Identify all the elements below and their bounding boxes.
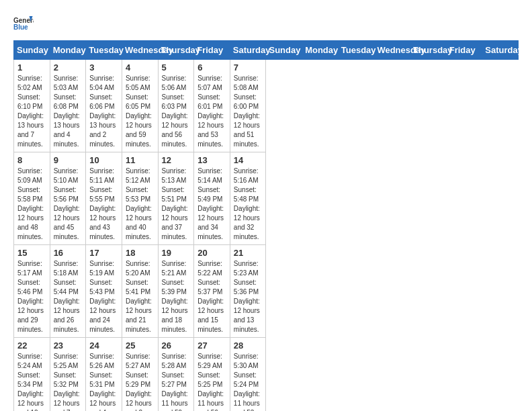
calendar-cell: 25Sunrise: 5:27 AMSunset: 5:29 PMDayligh… <box>122 338 158 412</box>
calendar-cell: 4Sunrise: 5:05 AMSunset: 6:05 PMDaylight… <box>122 60 158 152</box>
col-header-saturday: Saturday <box>230 41 266 60</box>
logo-icon: GeneralBlue <box>13 13 34 34</box>
day-number: 20 <box>197 248 226 258</box>
calendar-cell: 3Sunrise: 5:04 AMSunset: 6:06 PMDaylight… <box>86 60 122 152</box>
calendar-cell: 23Sunrise: 5:25 AMSunset: 5:32 PMDayligh… <box>50 338 86 412</box>
calendar-week-2: 8Sunrise: 5:09 AMSunset: 5:58 PMDaylight… <box>14 152 519 245</box>
col-header-thursday: Thursday <box>410 41 447 60</box>
calendar-header-row: SundayMondayTuesdayWednesdayThursdayFrid… <box>14 41 519 60</box>
day-info: Sunrise: 5:22 AMSunset: 5:37 PMDaylight:… <box>197 259 226 334</box>
header: GeneralBlue <box>13 13 519 34</box>
day-number: 10 <box>89 155 118 165</box>
day-number: 11 <box>126 155 154 165</box>
day-info: Sunrise: 5:07 AMSunset: 6:01 PMDaylight:… <box>197 74 226 149</box>
calendar-table: SundayMondayTuesdayWednesdayThursdayFrid… <box>13 40 519 411</box>
day-number: 14 <box>234 155 263 165</box>
day-info: Sunrise: 5:11 AMSunset: 5:55 PMDaylight:… <box>89 167 118 242</box>
day-info: Sunrise: 5:25 AMSunset: 5:32 PMDaylight:… <box>54 352 83 411</box>
col-header-thursday: Thursday <box>158 41 194 60</box>
day-info: Sunrise: 5:09 AMSunset: 5:58 PMDaylight:… <box>17 167 46 242</box>
calendar-cell: 6Sunrise: 5:07 AMSunset: 6:01 PMDaylight… <box>194 60 230 152</box>
day-info: Sunrise: 5:14 AMSunset: 5:49 PMDaylight:… <box>197 167 226 242</box>
calendar-cell: 18Sunrise: 5:20 AMSunset: 5:41 PMDayligh… <box>122 245 158 338</box>
calendar-cell: 27Sunrise: 5:29 AMSunset: 5:25 PMDayligh… <box>194 338 230 412</box>
calendar-cell: 22Sunrise: 5:24 AMSunset: 5:34 PMDayligh… <box>14 338 50 412</box>
calendar-cell: 7Sunrise: 5:08 AMSunset: 6:00 PMDaylight… <box>230 60 266 152</box>
day-number: 6 <box>197 62 226 73</box>
calendar-cell: 20Sunrise: 5:22 AMSunset: 5:37 PMDayligh… <box>194 245 230 338</box>
day-number: 9 <box>54 155 83 165</box>
col-header-wednesday: Wednesday <box>122 41 158 60</box>
col-header-sunday: Sunday <box>14 41 50 60</box>
logo: GeneralBlue <box>13 13 34 34</box>
day-number: 5 <box>162 62 191 73</box>
day-info: Sunrise: 5:13 AMSunset: 5:51 PMDaylight:… <box>162 167 191 242</box>
day-number: 22 <box>17 340 46 351</box>
day-number: 1 <box>17 62 46 73</box>
day-number: 2 <box>54 62 83 73</box>
day-number: 13 <box>197 155 226 165</box>
day-number: 4 <box>126 62 154 73</box>
day-info: Sunrise: 5:10 AMSunset: 5:56 PMDaylight:… <box>54 167 83 242</box>
calendar-cell: 21Sunrise: 5:23 AMSunset: 5:36 PMDayligh… <box>230 245 266 338</box>
day-info: Sunrise: 5:18 AMSunset: 5:44 PMDaylight:… <box>54 259 83 334</box>
calendar-cell: 9Sunrise: 5:10 AMSunset: 5:56 PMDaylight… <box>50 152 86 245</box>
calendar-cell: 1Sunrise: 5:02 AMSunset: 6:10 PMDaylight… <box>14 60 50 152</box>
day-info: Sunrise: 5:24 AMSunset: 5:34 PMDaylight:… <box>17 352 46 411</box>
day-info: Sunrise: 5:26 AMSunset: 5:31 PMDaylight:… <box>89 352 118 411</box>
day-info: Sunrise: 5:19 AMSunset: 5:43 PMDaylight:… <box>89 259 118 334</box>
day-info: Sunrise: 5:17 AMSunset: 5:46 PMDaylight:… <box>17 259 46 334</box>
day-info: Sunrise: 5:28 AMSunset: 5:27 PMDaylight:… <box>162 352 191 411</box>
col-header-tuesday: Tuesday <box>338 41 374 60</box>
calendar-cell: 26Sunrise: 5:28 AMSunset: 5:27 PMDayligh… <box>158 338 194 412</box>
day-info: Sunrise: 5:02 AMSunset: 6:10 PMDaylight:… <box>17 74 46 149</box>
calendar-week-1: 1Sunrise: 5:02 AMSunset: 6:10 PMDaylight… <box>14 60 519 152</box>
svg-text:Blue: Blue <box>13 24 28 31</box>
day-info: Sunrise: 5:30 AMSunset: 5:24 PMDaylight:… <box>234 352 263 411</box>
day-number: 8 <box>17 155 46 165</box>
day-number: 16 <box>54 248 83 258</box>
calendar-cell: 2Sunrise: 5:03 AMSunset: 6:08 PMDaylight… <box>50 60 86 152</box>
day-number: 28 <box>234 340 263 351</box>
col-header-friday: Friday <box>194 41 230 60</box>
calendar-week-3: 15Sunrise: 5:17 AMSunset: 5:46 PMDayligh… <box>14 245 519 338</box>
day-info: Sunrise: 5:04 AMSunset: 6:06 PMDaylight:… <box>89 74 118 149</box>
col-header-saturday: Saturday <box>482 41 519 60</box>
calendar-cell: 24Sunrise: 5:26 AMSunset: 5:31 PMDayligh… <box>86 338 122 412</box>
calendar-cell: 12Sunrise: 5:13 AMSunset: 5:51 PMDayligh… <box>158 152 194 245</box>
day-info: Sunrise: 5:21 AMSunset: 5:39 PMDaylight:… <box>162 259 191 334</box>
day-info: Sunrise: 5:03 AMSunset: 6:08 PMDaylight:… <box>54 74 83 149</box>
calendar-cell: 8Sunrise: 5:09 AMSunset: 5:58 PMDaylight… <box>14 152 50 245</box>
day-number: 27 <box>197 340 226 351</box>
day-number: 26 <box>162 340 191 351</box>
col-header-friday: Friday <box>446 41 482 60</box>
calendar-cell: 15Sunrise: 5:17 AMSunset: 5:46 PMDayligh… <box>14 245 50 338</box>
calendar-cell: 10Sunrise: 5:11 AMSunset: 5:55 PMDayligh… <box>86 152 122 245</box>
day-info: Sunrise: 5:29 AMSunset: 5:25 PMDaylight:… <box>197 352 226 411</box>
day-number: 12 <box>162 155 191 165</box>
day-number: 25 <box>126 340 154 351</box>
day-info: Sunrise: 5:08 AMSunset: 6:00 PMDaylight:… <box>234 74 263 149</box>
day-number: 24 <box>89 340 118 351</box>
calendar-cell: 13Sunrise: 5:14 AMSunset: 5:49 PMDayligh… <box>194 152 230 245</box>
col-header-tuesday: Tuesday <box>86 41 122 60</box>
day-number: 3 <box>89 62 118 73</box>
col-header-monday: Monday <box>50 41 86 60</box>
day-info: Sunrise: 5:27 AMSunset: 5:29 PMDaylight:… <box>126 352 154 411</box>
col-header-sunday: Sunday <box>266 41 302 60</box>
day-number: 21 <box>234 248 263 258</box>
day-info: Sunrise: 5:12 AMSunset: 5:53 PMDaylight:… <box>126 167 154 242</box>
calendar-cell: 28Sunrise: 5:30 AMSunset: 5:24 PMDayligh… <box>230 338 266 412</box>
calendar-cell: 5Sunrise: 5:06 AMSunset: 6:03 PMDaylight… <box>158 60 194 152</box>
day-info: Sunrise: 5:05 AMSunset: 6:05 PMDaylight:… <box>126 74 154 149</box>
col-header-monday: Monday <box>302 41 339 60</box>
col-header-wednesday: Wednesday <box>374 41 410 60</box>
day-number: 7 <box>234 62 263 73</box>
calendar-cell: 16Sunrise: 5:18 AMSunset: 5:44 PMDayligh… <box>50 245 86 338</box>
day-number: 15 <box>17 248 46 258</box>
calendar-cell: 17Sunrise: 5:19 AMSunset: 5:43 PMDayligh… <box>86 245 122 338</box>
calendar-week-4: 22Sunrise: 5:24 AMSunset: 5:34 PMDayligh… <box>14 338 519 412</box>
calendar-cell: 19Sunrise: 5:21 AMSunset: 5:39 PMDayligh… <box>158 245 194 338</box>
calendar-cell: 14Sunrise: 5:16 AMSunset: 5:48 PMDayligh… <box>230 152 266 245</box>
day-info: Sunrise: 5:16 AMSunset: 5:48 PMDaylight:… <box>234 167 263 242</box>
